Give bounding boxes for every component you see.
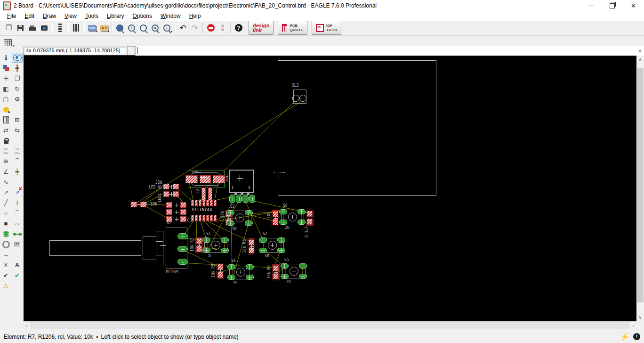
switch-s2[interactable]: S2XR (260, 237, 285, 253)
pot-neck-outline[interactable] (143, 237, 156, 260)
switch-pad[interactable] (298, 220, 306, 225)
switch-pad[interactable] (279, 209, 287, 214)
switch-pad[interactable] (281, 263, 289, 269)
tool-value[interactable]: R210k▾ (12, 146, 23, 156)
tool-arc[interactable]: ⌒ (12, 208, 23, 218)
j1-pad[interactable] (229, 195, 235, 203)
run-script-button[interactable]: SCR▾ (86, 22, 98, 33)
r-led1-pad[interactable] (163, 191, 169, 197)
r-led1-pad[interactable] (173, 191, 179, 197)
ic-pad[interactable] (202, 200, 205, 206)
tool-mark[interactable]: ╋ (12, 63, 23, 73)
horizontal-scroll-thumb[interactable] (30, 322, 630, 329)
zoom-redraw-button[interactable]: ▪▾ (161, 22, 173, 33)
tool-display[interactable] (0, 63, 11, 73)
tool-signal[interactable] (12, 229, 23, 239)
r-b-pad[interactable] (166, 209, 172, 215)
tool-copy[interactable]: ❐ (12, 74, 23, 83)
ic-pad[interactable] (191, 200, 194, 206)
menu-item-edit[interactable]: Edit (20, 12, 39, 20)
sl2-pad[interactable] (292, 95, 299, 102)
image-export-button[interactable] (38, 22, 50, 33)
switch-pad[interactable] (246, 275, 254, 280)
resonator-pad[interactable] (213, 175, 225, 183)
menu-item-library[interactable]: Library (103, 12, 129, 20)
switch-pad[interactable] (277, 237, 285, 243)
tool-optimize[interactable]: ┿ (12, 167, 23, 177)
tool-attribute[interactable]: AT (12, 239, 23, 249)
errors-status-icon[interactable]: ! (633, 333, 640, 340)
tool-miter[interactable]: ⌒ (12, 156, 23, 166)
tool-rotate[interactable]: ↻ (12, 84, 23, 94)
menu-item-window[interactable]: Window (156, 12, 185, 20)
tool-info[interactable]: ℹ (0, 53, 11, 63)
go-button[interactable] (217, 22, 228, 33)
ic-pad[interactable] (210, 200, 213, 206)
help-button[interactable]: ? (233, 22, 244, 33)
r-a-pad[interactable] (180, 202, 186, 208)
menu-item-draw[interactable]: Draw (39, 12, 60, 20)
ic-pad[interactable] (214, 200, 217, 206)
switch-pad[interactable] (298, 209, 306, 214)
ic-pad[interactable] (199, 215, 201, 221)
switch-pad[interactable] (279, 220, 287, 225)
scroll-right-button[interactable]: › (630, 321, 636, 330)
ic-pad[interactable] (206, 215, 209, 221)
switch-pad[interactable] (246, 264, 254, 270)
idf-to-3d-button[interactable]: IDFTO 3D (312, 21, 341, 35)
vertical-scrollbar[interactable]: ∧ ∨ (636, 56, 644, 321)
ic-pad[interactable] (202, 215, 205, 221)
tool-route[interactable]: ↗ (0, 188, 11, 197)
scroll-left-button[interactable]: ‹ (24, 321, 30, 330)
switch-pad[interactable] (202, 248, 210, 253)
design-link-button[interactable]: designlink (249, 21, 274, 35)
menu-item-help[interactable]: Help (185, 12, 205, 20)
switch-s5[interactable]: S5ZD (282, 263, 306, 279)
print-button[interactable] (26, 22, 38, 33)
minimize-button[interactable] (580, 0, 602, 11)
menu-item-view[interactable]: View (60, 12, 81, 20)
tool-dimension[interactable]: ↔ (0, 250, 11, 260)
tool-name[interactable]: R210k (0, 146, 11, 156)
stop-button[interactable] (205, 22, 217, 33)
switch-s4[interactable]: S4YF (228, 264, 253, 280)
j1-pad[interactable] (242, 195, 249, 203)
pot-pad[interactable] (177, 233, 188, 239)
switch-pad[interactable] (277, 248, 285, 253)
tool-replace[interactable]: ⇆ (12, 125, 23, 135)
restore-button[interactable] (602, 0, 623, 11)
tool-paste[interactable] (0, 105, 11, 114)
tool-add[interactable]: ⊞ (12, 115, 23, 125)
tool-hole[interactable] (0, 239, 11, 249)
ic-pad[interactable] (206, 200, 209, 206)
scroll-up-button[interactable]: ∧ (636, 56, 644, 64)
switch-pad[interactable] (227, 275, 235, 280)
menu-item-file[interactable]: File (3, 12, 20, 20)
switch-s6[interactable]: S6ZU (280, 209, 305, 225)
tool-split[interactable]: ∠ (0, 167, 11, 177)
scroll-down-button[interactable]: ∨ (636, 313, 644, 321)
board-outline[interactable] (278, 60, 436, 196)
r-a-pad[interactable] (166, 202, 172, 208)
tool-delete[interactable] (0, 115, 11, 125)
tool-pinswap[interactable]: ⇄ (0, 125, 11, 135)
switch-s1[interactable]: S1XL (203, 237, 228, 253)
tool-lock[interactable] (0, 136, 11, 146)
horizontal-scrollbar[interactable]: ‹ › (24, 321, 636, 330)
open-board-button[interactable]: ❐ (3, 22, 15, 33)
vertical-scroll-thumb[interactable] (637, 68, 644, 302)
c2-pad[interactable] (208, 188, 212, 201)
tool-polygon[interactable]: ▱ (12, 219, 23, 229)
menu-item-tools[interactable]: Tools (81, 12, 103, 20)
zoom-select-button[interactable]: = (149, 22, 161, 33)
zoom-out-button[interactable]: − (137, 22, 149, 33)
tool-via[interactable] (0, 229, 11, 239)
switch-editor-button[interactable] (70, 22, 82, 33)
tool-ripup[interactable]: ↗✘ (12, 188, 23, 197)
tool-show[interactable] (12, 53, 23, 63)
pot-pad[interactable] (177, 259, 188, 265)
grid-button[interactable] (2, 37, 13, 48)
ic-pad[interactable] (214, 215, 217, 221)
switch-pad[interactable] (299, 274, 307, 279)
switch-pad[interactable] (281, 274, 289, 279)
